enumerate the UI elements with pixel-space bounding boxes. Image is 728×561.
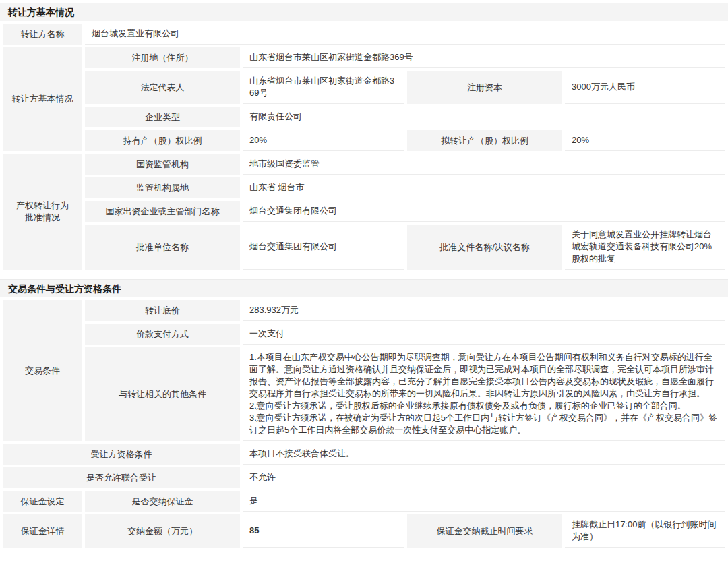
deposit-deadline-label: 保证金交纳截止时间要求 [407, 514, 562, 548]
floor-price-label: 转让底价 [85, 300, 240, 321]
table-row: 产权转让行为 批准情况 国资监管机构 地市级国资委监管 [3, 154, 725, 175]
transferor-name-value: 烟台城发置业有限公司 [85, 24, 725, 45]
transferor-table: 转让方名称 烟台城发置业有限公司 转让方基本情况 注册地（住所） 山东省烟台市莱… [0, 21, 728, 272]
table-row: 保证金详情 交纳金额（万元） 85 保证金交纳截止时间要求 挂牌截止日17:00… [3, 514, 725, 548]
state-enterprise-label: 国家出资企业或主管部门名称 [85, 201, 240, 222]
company-type-label: 企业类型 [85, 107, 240, 127]
table-row: 转让方名称 烟台城发置业有限公司 [3, 24, 725, 45]
table-row: 企业类型 有限责任公司 [3, 107, 725, 127]
legal-representative-value: 山东省烟台市莱山区初家街道金都路369号 [243, 71, 404, 104]
table-row: 是否允许联合受让 不允许 [3, 467, 725, 488]
joint-transfer-label: 是否允许联合受让 [3, 467, 240, 488]
table-row: 受让方资格条件 本项目不接受联合体受让。 [3, 444, 725, 465]
section-header-transferor: 转让方基本情况 [0, 3, 728, 21]
registered-capital-label: 注册资本 [407, 71, 562, 104]
trade-conditions-group-label: 交易条件 [3, 300, 82, 441]
approval-doc-label: 批准文件名称/决议名称 [407, 225, 562, 270]
table-row: 国家出资企业或主管部门名称 烟台交通集团有限公司 [3, 201, 725, 222]
other-conditions-value: 1.本项目在山东产权交易中心公告期即为尽职调查期，意向受让方在本项目公告期间有权… [243, 347, 725, 441]
deposit-setting-group-label: 保证金设定 [3, 491, 82, 512]
state-enterprise-value: 烟台交通集团有限公司 [243, 201, 725, 222]
deposit-required-value: 是 [243, 491, 725, 512]
registered-address-value: 山东省烟台市莱山区初家街道金都路369号 [243, 47, 725, 68]
transfer-ratio-value: 20% [565, 130, 725, 151]
table-row: 批准单位名称 烟台交通集团有限公司 批准文件名称/决议名称 关于同意城发置业公开… [3, 225, 725, 270]
table-row: 交易条件 转让底价 283.932万元 [3, 300, 725, 321]
deposit-amount-value: 85 [243, 514, 404, 548]
regulator-label: 国资监管机构 [85, 154, 240, 175]
section-header-conditions: 交易条件与受让方资格条件 [0, 279, 728, 297]
company-type-value: 有限责任公司 [243, 107, 725, 127]
holding-ratio-value: 20% [243, 130, 404, 151]
table-row: 转让方基本情况 注册地（住所） 山东省烟台市莱山区初家街道金都路369号 [3, 47, 725, 68]
table-row: 监管机构属地 山东省 烟台市 [3, 177, 725, 198]
floor-price-value: 283.932万元 [243, 300, 725, 321]
transferee-qualification-value: 本项目不接受联合体受让。 [243, 444, 725, 465]
table-row: 持有产（股）权比例 20% 拟转让产（股）权比例 20% [3, 130, 725, 151]
payment-method-label: 价款支付方式 [85, 324, 240, 345]
payment-method-value: 一次支付 [243, 324, 725, 345]
approval-group-label: 产权转让行为 批准情况 [3, 154, 82, 270]
regulator-value: 地市级国资委监管 [243, 154, 725, 175]
basic-info-group-label: 转让方基本情况 [3, 47, 82, 151]
regulator-region-value: 山东省 烟台市 [243, 177, 725, 198]
transferor-name-label: 转让方名称 [3, 24, 82, 45]
conditions-table: 交易条件 转让底价 283.932万元 价款支付方式 一次支付 与转让相关的其他… [0, 297, 728, 550]
legal-representative-label: 法定代表人 [85, 71, 240, 104]
registered-capital-value: 3000万元人民币 [565, 71, 725, 104]
transfer-ratio-label: 拟转让产（股）权比例 [407, 130, 562, 151]
deposit-deadline-value: 挂牌截止日17:00前（以银行到账时间为准） [565, 514, 725, 548]
transferee-qualification-label: 受让方资格条件 [3, 444, 240, 465]
joint-transfer-value: 不允许 [243, 467, 725, 488]
regulator-region-label: 监管机构属地 [85, 177, 240, 198]
table-row: 法定代表人 山东省烟台市莱山区初家街道金都路369号 注册资本 3000万元人民… [3, 71, 725, 104]
approval-doc-value: 关于同意城发置业公开挂牌转让烟台城宏轨道交通装备科技有限公司20%股权的批复 [565, 225, 725, 270]
approval-unit-label: 批准单位名称 [85, 225, 240, 270]
listing-detail-page: 转让方基本情况 转让方名称 烟台城发置业有限公司 转让方基本情况 注册地（住所）… [0, 0, 728, 550]
table-row: 保证金设定 是否交纳保证金 是 [3, 491, 725, 512]
table-row: 与转让相关的其他条件 1.本项目在山东产权交易中心公告期即为尽职调查期，意向受让… [3, 347, 725, 441]
deposit-detail-group-label: 保证金详情 [3, 514, 82, 548]
deposit-amount-label: 交纳金额（万元） [85, 514, 240, 548]
deposit-required-label: 是否交纳保证金 [85, 491, 240, 512]
holding-ratio-label: 持有产（股）权比例 [85, 130, 240, 151]
approval-unit-value: 烟台交通集团有限公司 [243, 225, 404, 270]
table-row: 价款支付方式 一次支付 [3, 324, 725, 345]
registered-address-label: 注册地（住所） [85, 47, 240, 68]
other-conditions-label: 与转让相关的其他条件 [85, 347, 240, 441]
